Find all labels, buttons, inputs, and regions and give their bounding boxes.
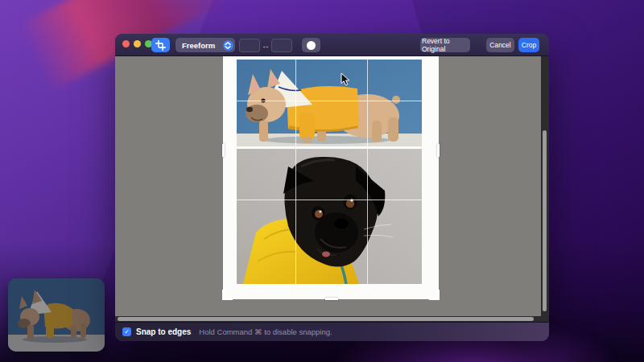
desktop: Freeform ↔ Revert to Original Cancel Cro…	[0, 0, 644, 362]
crop-tool-button[interactable]	[151, 38, 170, 52]
circle-icon	[307, 41, 316, 50]
snap-hint-text: Hold Command ⌘ to disable snapping.	[199, 327, 332, 336]
crop-confirm-button[interactable]: Crop	[518, 38, 539, 52]
vertical-scrollbar-thumb[interactable]	[543, 130, 547, 311]
photo-editor-window: Freeform ↔ Revert to Original Cancel Cro…	[115, 34, 549, 341]
grid-line-vertical	[367, 56, 368, 298]
width-height-link-icon: ↔	[261, 38, 270, 52]
crop-selection-area[interactable]	[223, 56, 439, 299]
orientation-toggle-button[interactable]	[302, 38, 320, 52]
crop-handle-bottom-left[interactable]	[222, 290, 233, 300]
desktop-image-thumbnail[interactable]	[8, 278, 105, 352]
close-button[interactable]	[122, 40, 130, 47]
revert-to-original-button[interactable]: Revert to Original	[420, 38, 470, 52]
horizontal-scrollbar	[115, 316, 541, 322]
crop-handle-right[interactable]	[437, 144, 440, 157]
grid-line-horizontal	[224, 101, 438, 101]
height-input[interactable]	[271, 39, 292, 52]
crop-handle-bottom-right[interactable]	[429, 290, 440, 300]
crop-handle-left[interactable]	[222, 144, 225, 157]
cancel-button[interactable]: Cancel	[486, 38, 514, 52]
grid-line-vertical	[295, 56, 296, 298]
vertical-scrollbar	[541, 56, 549, 322]
grid-line-horizontal	[224, 200, 438, 200]
snap-statusbar: ✓ Snap to edges Hold Command ⌘ to disabl…	[115, 322, 549, 341]
aspect-ratio-value: Freeform	[182, 41, 215, 50]
black-pug-photo	[237, 149, 422, 284]
width-input[interactable]	[239, 39, 260, 52]
mouse-cursor-icon	[341, 72, 350, 86]
french-bulldog-photo	[237, 60, 422, 146]
crop-handle-bottom[interactable]	[325, 298, 338, 300]
crop-toolbar: Freeform ↔ Revert to Original Cancel Cro…	[115, 34, 549, 56]
french-bulldog-thumbnail-image	[8, 278, 105, 352]
horizontal-scrollbar-thumb[interactable]	[118, 317, 534, 321]
snap-to-edges-checkbox[interactable]: ✓	[122, 327, 131, 336]
up-down-chevrons-icon	[223, 40, 233, 51]
crop-icon	[155, 40, 166, 51]
crop-workspace	[115, 56, 549, 316]
snap-to-edges-label: Snap to edges	[136, 327, 191, 336]
aspect-ratio-dropdown[interactable]: Freeform	[175, 38, 235, 52]
minimize-button[interactable]	[134, 40, 141, 47]
